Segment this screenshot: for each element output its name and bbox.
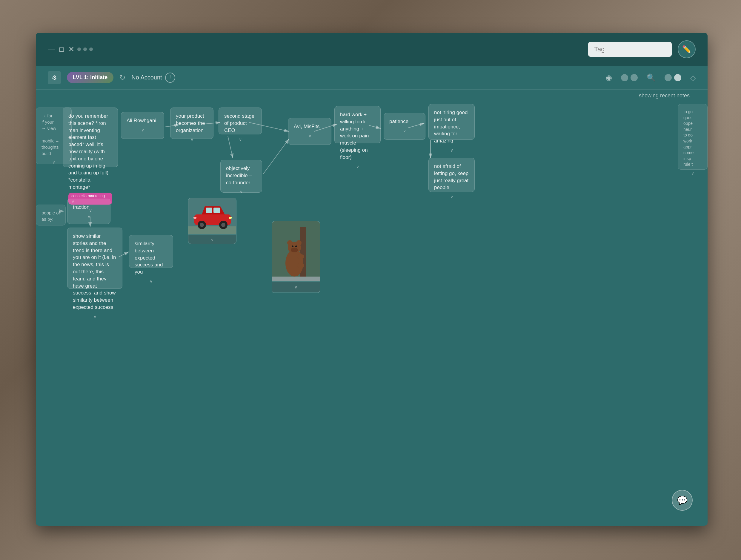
patience-text: patience [389, 119, 408, 124]
svg-rect-23 [272, 276, 320, 281]
close-button[interactable]: ✕ [68, 45, 74, 54]
show-similar-card[interactable]: show similar stories and the trend is th… [67, 228, 122, 289]
main-window: — □ ✕ ✏️ ⚙ LVL 1: Initiate ↻ No Account [36, 33, 708, 526]
partial-right-expand[interactable]: ∨ [683, 171, 702, 177]
svg-point-20 [295, 246, 297, 247]
svg-point-19 [292, 246, 293, 247]
pin-icon[interactable]: ◇ [690, 73, 696, 82]
titlebar-right: ✏️ [588, 40, 696, 58]
ali-rowhgani-card[interactable]: Ali Rowhgani ∨ [121, 112, 164, 139]
not-afraid-card[interactable]: not afraid of letting go, keep just real… [428, 158, 475, 192]
svg-rect-2 [188, 227, 237, 234]
svg-rect-5 [213, 207, 220, 213]
avi-misfits-card[interactable]: Avi, MisFits ∨ [288, 118, 331, 145]
info-button[interactable]: ! [165, 73, 175, 83]
not-hiring-text: not hiring good just out of impatience, … [434, 110, 468, 144]
ali-rowhgani-text: Ali Rowhgani [127, 118, 156, 123]
show-similar-expand[interactable]: ∨ [73, 314, 117, 320]
svg-rect-4 [206, 207, 212, 213]
partial-left-top-text: → forif your→ viewmobile –thoughtsbuild [42, 113, 59, 156]
globe-icon[interactable]: ◉ [606, 73, 612, 82]
search-icon[interactable]: 🔍 [647, 73, 656, 82]
minimize-button[interactable]: — [48, 45, 55, 54]
svg-point-21 [297, 254, 304, 259]
svg-rect-10 [229, 217, 232, 219]
sync-icon[interactable]: ↻ [119, 73, 125, 82]
objectively-expand[interactable]: ∨ [226, 189, 257, 195]
not-afraid-expand[interactable]: ∨ [434, 194, 469, 200]
hard-work-text: hard work + willing to do anything + wor… [340, 112, 369, 160]
titlebar-dots [77, 48, 93, 51]
red-car-card[interactable]: ∨ [188, 198, 237, 244]
titlebar: — □ ✕ ✏️ [36, 33, 708, 66]
toggle-dot-3[interactable] [665, 74, 672, 81]
red-car-image [188, 198, 237, 234]
hard-work-expand[interactable]: ∨ [340, 164, 375, 170]
svg-point-16 [287, 240, 292, 246]
svg-point-22 [297, 263, 304, 268]
your-product-card[interactable]: your product becomes the organization ∨ [170, 108, 213, 139]
bear-image [272, 221, 320, 281]
toolbar-right: ◉ 🔍 ◇ [606, 73, 696, 82]
showing-recent-label: showing recent notes [639, 92, 690, 99]
not-hiring-expand[interactable]: ∨ [434, 147, 469, 153]
toolbar: ⚙ LVL 1: Initiate ↻ No Account ! ◉ 🔍 ◇ [36, 66, 708, 89]
partial-left-bottom-card[interactable]: people ofas by: [36, 204, 66, 226]
objectively-incredible-card[interactable]: objectively incredible – co-founder ∨ [220, 160, 262, 193]
patience-expand[interactable]: ∨ [389, 128, 420, 134]
canvas: → forif your→ viewmobile –thoughtsbuild … [36, 89, 708, 526]
tag-input-wrap [588, 42, 672, 57]
similarity-expand[interactable]: ∨ [135, 278, 167, 285]
toggle-dot-2[interactable] [630, 74, 638, 81]
toggle-group-2 [665, 74, 681, 81]
not-afraid-text: not afraid of letting go, keep just real… [434, 163, 468, 190]
partial-left-bottom-text: people ofas by: [42, 210, 60, 222]
partial-left-expand[interactable]: ∨ [42, 160, 66, 166]
objectively-incredible-text: objectively incredible – co-founder [226, 166, 252, 185]
toolbar-left: ⚙ LVL 1: Initiate ↻ No Account ! [48, 71, 175, 84]
svg-point-17 [296, 240, 301, 246]
settings-button[interactable]: ⚙ [48, 71, 61, 84]
no-account-label: No Account [131, 74, 162, 81]
toggle-dot-4[interactable] [674, 74, 681, 81]
patience-card[interactable]: patience ∨ [384, 113, 425, 140]
svg-point-7 [200, 223, 204, 227]
iron-man-card[interactable]: do you remember this scene? *iron man in… [63, 108, 118, 167]
avi-misfits-text: Avi, MisFits [294, 124, 320, 129]
conn-obj-avi [263, 139, 289, 174]
toggle-group-1 [621, 74, 638, 81]
bear-expand[interactable]: ∨ [272, 282, 320, 292]
iron-man-text: do you remember this scene? *iron man in… [68, 113, 109, 190]
second-stage-text: second stage of product CEO [224, 113, 254, 133]
svg-rect-11 [194, 217, 196, 219]
ali-expand[interactable]: ∨ [127, 127, 158, 133]
similarity-text: similarity between expected success and … [135, 241, 163, 275]
traction-expand[interactable]: ∨ [73, 214, 105, 220]
partial-right-top-card[interactable]: to goquesoppeheurto doworkapprsomeinspru… [678, 104, 708, 170]
level-badge: LVL 1: Initiate [67, 72, 114, 83]
partial-right-top-text: to goquesoppeheurto doworkapprsomeinspru… [683, 109, 693, 167]
toggle-dot-1[interactable] [621, 74, 628, 81]
your-product-text: your product becomes the organization [176, 113, 205, 133]
second-stage-expand[interactable]: ∨ [224, 137, 256, 143]
avi-expand[interactable]: ∨ [294, 133, 326, 139]
your-product-expand[interactable]: ∨ [176, 137, 208, 143]
chat-button[interactable]: 💬 [672, 490, 693, 511]
maximize-button[interactable]: □ [59, 45, 64, 54]
traction-text: traction [73, 204, 89, 210]
traction-card[interactable]: traction ∨ [67, 199, 111, 224]
second-stage-card[interactable]: second stage of product CEO ∨ [218, 108, 262, 134]
similarity-card[interactable]: similarity between expected success and … [129, 235, 173, 268]
svg-point-9 [221, 223, 225, 227]
not-hiring-card[interactable]: not hiring good just out of impatience, … [428, 104, 475, 140]
no-account-section: No Account ! [131, 73, 175, 83]
tag-input[interactable] [588, 42, 672, 57]
hard-work-card[interactable]: hard work + willing to do anything + wor… [334, 106, 381, 143]
dot-3 [89, 48, 93, 51]
window-controls: — □ ✕ [48, 45, 74, 54]
svg-point-18 [291, 248, 298, 252]
dot-1 [77, 48, 81, 51]
bear-card[interactable]: ∨ [272, 221, 320, 293]
edit-button[interactable]: ✏️ [678, 40, 696, 58]
red-car-expand[interactable]: ∨ [188, 235, 236, 244]
